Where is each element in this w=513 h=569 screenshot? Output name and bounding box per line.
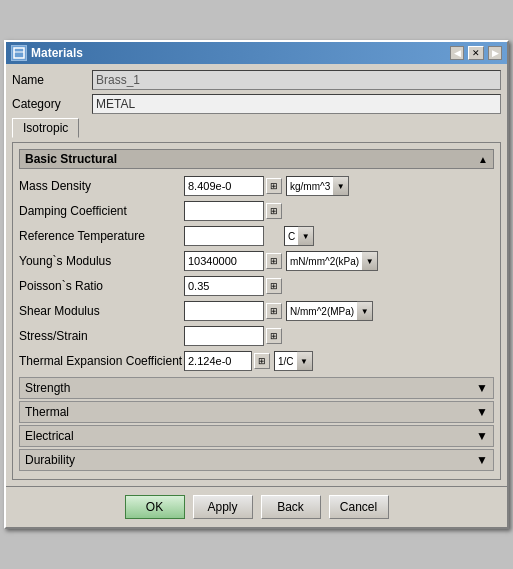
isotropic-panel: Basic Structural ▲ Mass Density ⊞ kg/mm^… (12, 142, 501, 480)
category-label: Category (12, 97, 92, 111)
thermal-chevron: ▼ (476, 405, 488, 419)
ref-temp-dropdown[interactable]: ▼ (298, 226, 314, 246)
prop-row-damping: Damping Coefficient ⊞ (19, 200, 494, 222)
prev-button[interactable]: ◀ (450, 46, 464, 60)
prop-row-stress: Stress/Strain ⊞ (19, 325, 494, 347)
mass-density-unit-text: kg/mm^3 (286, 176, 333, 196)
youngs-dropdown[interactable]: ▼ (362, 251, 378, 271)
ok-button[interactable]: OK (125, 495, 185, 519)
ref-temp-unit: C ▼ (284, 226, 314, 246)
shear-label: Shear Modulus (19, 304, 184, 318)
mass-density-input[interactable] (184, 176, 264, 196)
thermal-exp-dropdown[interactable]: ▼ (297, 351, 313, 371)
youngs-label: Young`s Modulus (19, 254, 184, 268)
apply-button[interactable]: Apply (193, 495, 253, 519)
close-button[interactable]: ✕ (468, 46, 484, 60)
youngs-unit-text: mN/mm^2(kPa) (286, 251, 362, 271)
electrical-label: Electrical (25, 429, 74, 443)
ref-temp-unit-text: C (284, 226, 298, 246)
scroll-up-icon: ▲ (478, 154, 488, 165)
poisson-label: Poisson`s Ratio (19, 279, 184, 293)
name-row: Name (12, 70, 501, 90)
youngs-input[interactable] (184, 251, 264, 271)
materials-window: Materials ◀ ✕ ▶ Name Category Isotropic … (4, 40, 509, 529)
window-icon (11, 45, 27, 61)
stress-icon-btn[interactable]: ⊞ (266, 328, 282, 344)
shear-unit-text: N/mm^2(MPa) (286, 301, 357, 321)
durability-label: Durability (25, 453, 75, 467)
thermal-exp-label: Thermal Expansion Coefficient (19, 354, 184, 368)
ref-temp-label: Reference Temperature (19, 229, 184, 243)
ref-temp-input[interactable] (184, 226, 264, 246)
shear-icon-btn[interactable]: ⊞ (266, 303, 282, 319)
title-bar: Materials ◀ ✕ ▶ (6, 42, 507, 64)
shear-dropdown[interactable]: ▼ (357, 301, 373, 321)
name-label: Name (12, 73, 92, 87)
prop-row-youngs: Young`s Modulus ⊞ mN/mm^2(kPa) ▼ (19, 250, 494, 272)
prop-row-mass-density: Mass Density ⊞ kg/mm^3 ▼ (19, 175, 494, 197)
thermal-exp-icon-btn[interactable]: ⊞ (254, 353, 270, 369)
cancel-button[interactable]: Cancel (329, 495, 389, 519)
tab-container: Isotropic (12, 118, 501, 138)
next-button[interactable]: ▶ (488, 46, 502, 60)
strength-chevron: ▼ (476, 381, 488, 395)
main-content: Name Category Isotropic Basic Structural… (6, 64, 507, 486)
svg-rect-0 (14, 48, 24, 58)
category-row: Category (12, 94, 501, 114)
electrical-section[interactable]: Electrical ▼ (19, 425, 494, 447)
footer: OK Apply Back Cancel (6, 486, 507, 527)
strength-label: Strength (25, 381, 70, 395)
thermal-exp-unit: 1/C ▼ (274, 351, 313, 371)
shear-unit: N/mm^2(MPa) ▼ (286, 301, 373, 321)
thermal-exp-unit-text: 1/C (274, 351, 297, 371)
basic-structural-header: Basic Structural ▲ (19, 149, 494, 169)
damping-input[interactable] (184, 201, 264, 221)
prop-row-poisson: Poisson`s Ratio ⊞ (19, 275, 494, 297)
name-input[interactable] (92, 70, 501, 90)
mass-density-dropdown[interactable]: ▼ (333, 176, 349, 196)
mass-density-unit: kg/mm^3 ▼ (286, 176, 349, 196)
mass-density-icon-btn[interactable]: ⊞ (266, 178, 282, 194)
shear-input[interactable] (184, 301, 264, 321)
stress-input[interactable] (184, 326, 264, 346)
strength-section[interactable]: Strength ▼ (19, 377, 494, 399)
thermal-section[interactable]: Thermal ▼ (19, 401, 494, 423)
youngs-icon-btn[interactable]: ⊞ (266, 253, 282, 269)
prop-row-ref-temp: Reference Temperature C ▼ (19, 225, 494, 247)
mass-density-label: Mass Density (19, 179, 184, 193)
isotropic-tab[interactable]: Isotropic (12, 118, 79, 138)
poisson-icon-btn[interactable]: ⊞ (266, 278, 282, 294)
durability-chevron: ▼ (476, 453, 488, 467)
properties-container: Mass Density ⊞ kg/mm^3 ▼ Damping Coeffic… (19, 173, 494, 377)
poisson-input[interactable] (184, 276, 264, 296)
basic-structural-title: Basic Structural (25, 152, 117, 166)
stress-label: Stress/Strain (19, 329, 184, 343)
category-input[interactable] (92, 94, 501, 114)
thermal-exp-input[interactable] (184, 351, 252, 371)
electrical-chevron: ▼ (476, 429, 488, 443)
youngs-unit: mN/mm^2(kPa) ▼ (286, 251, 378, 271)
damping-icon-btn[interactable]: ⊞ (266, 203, 282, 219)
prop-row-shear: Shear Modulus ⊞ N/mm^2(MPa) ▼ (19, 300, 494, 322)
window-title: Materials (31, 46, 446, 60)
prop-row-thermal-exp: Thermal Expansion Coefficient ⊞ 1/C ▼ (19, 350, 494, 372)
back-button[interactable]: Back (261, 495, 321, 519)
damping-label: Damping Coefficient (19, 204, 184, 218)
durability-section[interactable]: Durability ▼ (19, 449, 494, 471)
thermal-label: Thermal (25, 405, 69, 419)
